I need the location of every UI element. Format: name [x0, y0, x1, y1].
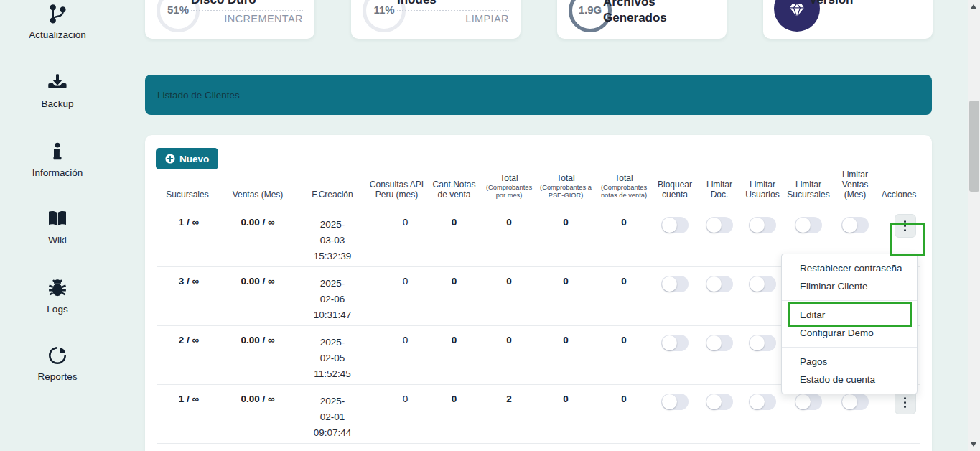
new-client-label: Nuevo [179, 154, 209, 164]
toggle-limitar-usuarios[interactable] [749, 394, 776, 410]
cell-fecha: 2025-02-0511:52:45 [297, 326, 368, 385]
sidebar-item-label: Información [32, 167, 83, 178]
table-header-row: Sucursales Ventas (Mes) F.Creación Consu… [157, 169, 920, 208]
toggle-limitar-usuarios[interactable] [749, 335, 776, 351]
cell-total-pse: 0 [536, 267, 596, 326]
col-limitar-sucursales: Limitar Sucursales [784, 169, 833, 208]
toggle-limitar-doc[interactable] [706, 217, 733, 233]
cell-cant-notas: 0 [426, 385, 482, 444]
menu-item-editar[interactable]: Editar [782, 306, 917, 324]
cell-total-mes: 0 [482, 267, 536, 326]
toggle-limitar-doc[interactable] [706, 335, 733, 351]
list-header-bar: Listado de Clientes [145, 75, 932, 115]
cell-fecha: 2025-02-0109:07:44 [297, 385, 368, 444]
col-bloquear-cuenta: Bloquear cuenta [652, 169, 698, 208]
menu-divider [782, 347, 917, 348]
col-limitar-ventas: Limitar Ventas (Mes) [833, 169, 877, 208]
cell-sucursales: 1 / ∞ [157, 385, 218, 444]
sidebar-item-logs[interactable]: Logs [0, 277, 115, 315]
toggle-limitar-ventas[interactable] [841, 394, 869, 410]
toggle-limitar-usuarios[interactable] [749, 217, 776, 233]
increment-link[interactable]: INCREMENTAR [224, 13, 303, 24]
row-actions-button[interactable] [895, 214, 916, 238]
col-limitar-doc: Limitar Doc. [698, 169, 741, 208]
toggle-limitar-sucursales[interactable] [795, 217, 822, 233]
toggle-bloquear-cuenta[interactable] [661, 276, 689, 292]
cell-total-pse: 0 [536, 208, 596, 267]
toggle-limitar-usuarios[interactable] [749, 276, 776, 292]
cell-fecha: 2025-03-0315:32:39 [297, 208, 368, 267]
sidebar-item-wiki[interactable]: Wiki [0, 208, 115, 246]
plus-circle-icon [165, 154, 175, 164]
menu-item-restablecer-contrasena[interactable]: Restablecer contraseña [782, 259, 917, 277]
cell-sucursales: 3 / ∞ [157, 267, 218, 326]
cell-fecha: 2025-02-0610:31:47 [297, 267, 368, 326]
cell-total-pse: 0 [536, 326, 596, 385]
disk-usage-card: 51% Disco Duro INCREMENTAR [145, 0, 314, 39]
card-title: Disco Duro [191, 0, 303, 11]
col-total-mes: Total(Comprobantes por mes) [482, 169, 536, 208]
admin-clients-page: Actualización Backup Información [0, 0, 980, 451]
scrollbar-thumb[interactable] [969, 101, 979, 192]
git-branch-icon [47, 3, 68, 24]
sidebar-item-informacion[interactable]: Información [0, 141, 115, 179]
cell-total-notas: 0 [596, 208, 652, 267]
sidebar-item-label: Logs [47, 304, 67, 315]
cell-total-notas: 0 [596, 326, 652, 385]
col-total-pse: Total(Comprobantes a PSE-GIOR) [536, 169, 596, 208]
new-client-button[interactable]: Nuevo [156, 148, 218, 169]
info-icon [47, 141, 68, 162]
toggle-limitar-doc[interactable] [706, 394, 733, 410]
sidebar-item-label: Wiki [48, 235, 67, 246]
cell-total-mes: 0 [482, 326, 536, 385]
col-ventas-mes: Ventas (Mes) [218, 169, 297, 208]
menu-item-configurar-demo[interactable]: Configurar Demo [782, 324, 917, 342]
col-consultas-api: Consultas API Peru (mes) [368, 169, 426, 208]
cell-consultas: 0 [368, 208, 426, 267]
vertical-scrollbar[interactable] [968, 0, 980, 451]
sidebar-item-label: Reportes [38, 371, 78, 382]
sidebar-item-reportes[interactable]: Reportes [0, 345, 115, 383]
cell-ventas: 0.00 / ∞ [218, 385, 297, 444]
inodes-card: 11% Inodes LIMPIAR [351, 0, 521, 39]
toggle-limitar-doc[interactable] [706, 276, 733, 292]
col-total-notas: Total(Comprobantes notas de venta) [596, 169, 652, 208]
cell-cant-notas: 0 [426, 326, 482, 385]
cell-total-pse: 0 [536, 385, 596, 444]
cell-total-mes: 2 [482, 385, 536, 444]
menu-item-eliminar-cliente[interactable]: Eliminar Cliente [782, 277, 917, 295]
menu-item-estado-de-cuenta[interactable]: Estado de cuenta [782, 371, 917, 389]
menu-item-pagos[interactable]: Pagos [782, 353, 917, 371]
col-sucursales: Sucursales [157, 169, 218, 208]
card-title: Archivos Generados [603, 0, 719, 26]
card-title: Inodes [397, 0, 509, 11]
row-actions-menu: Restablecer contraseña Eliminar Cliente … [781, 254, 918, 394]
sidebar-item-actualizacion[interactable]: Actualización [0, 3, 115, 41]
menu-divider [782, 300, 917, 301]
toggle-bloquear-cuenta[interactable] [661, 394, 689, 410]
cell-ventas: 0.00 / ∞ [218, 267, 297, 326]
cell-ventas: 0.00 / ∞ [218, 208, 297, 267]
col-f-creacion: F.Creación [297, 169, 368, 208]
book-icon [47, 208, 68, 230]
generated-files-card: 1.9G Archivos Generados [557, 0, 727, 39]
toggle-limitar-ventas[interactable] [841, 217, 869, 233]
cell-cant-notas: 0 [426, 208, 482, 267]
col-cant-notas: Cant.Notas de venta [426, 169, 482, 208]
scroll-down-arrow-icon[interactable] [971, 442, 976, 447]
list-header-title: Listado de Clientes [157, 90, 240, 101]
bug-icon [47, 277, 68, 299]
cell-cant-notas: 0 [426, 267, 482, 326]
cell-total-notas: 0 [596, 385, 652, 444]
toggle-bloquear-cuenta[interactable] [661, 217, 689, 233]
scroll-up-arrow-icon[interactable] [971, 4, 976, 9]
pie-chart-icon [47, 345, 68, 366]
sidebar-item-backup[interactable]: Backup [0, 72, 115, 110]
cell-total-notas: 0 [596, 267, 652, 326]
clean-link[interactable]: LIMPIAR [465, 13, 509, 24]
cell-sucursales: 1 / ∞ [157, 208, 218, 267]
col-limitar-usuarios: Limitar Usuarios [741, 169, 784, 208]
toggle-limitar-sucursales[interactable] [795, 394, 822, 410]
sidebar-item-label: Actualización [29, 29, 86, 40]
toggle-bloquear-cuenta[interactable] [661, 335, 689, 351]
